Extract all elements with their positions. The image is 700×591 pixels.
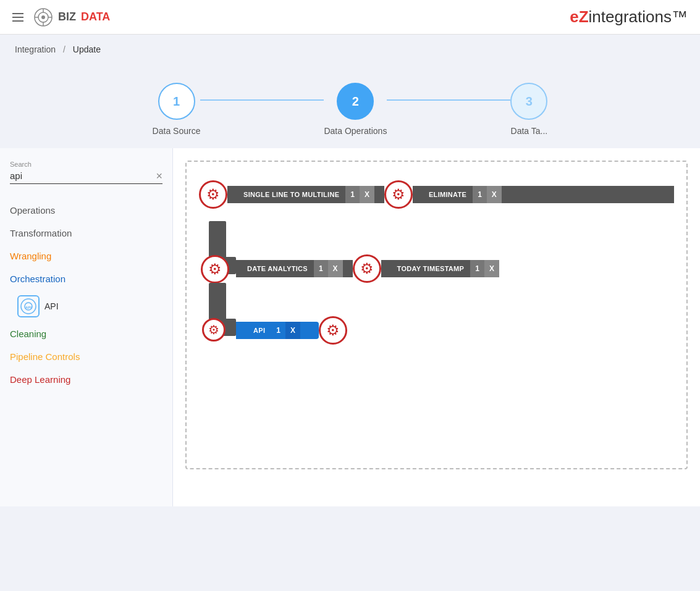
- op-x-date[interactable]: X: [328, 260, 343, 277]
- op-x-1[interactable]: X: [360, 186, 374, 203]
- svg-text:API: API: [25, 306, 32, 309]
- pipe-mid: [343, 260, 353, 277]
- pipe-connector: [374, 186, 384, 203]
- sidebar-api-item[interactable]: API API: [10, 290, 162, 322]
- sidebar-item-transformation[interactable]: Transformation: [10, 222, 162, 245]
- svg-point-2: [41, 15, 45, 19]
- op-label-today: TODAY TIMESTAMP: [391, 260, 471, 277]
- gear-icon-1[interactable]: [199, 180, 227, 209]
- op-label-eliminate: ELIMINATE: [423, 186, 473, 203]
- step-3[interactable]: 3 Data Ta...: [510, 83, 547, 136]
- pipe-small: [236, 260, 241, 277]
- breadcrumb-separator: /: [63, 44, 65, 54]
- sidebar-item-orchestration[interactable]: Orchestration: [10, 267, 162, 290]
- wizard-steps: 1 Data Source 2 Data Operations 3 Data T…: [0, 64, 700, 148]
- op-count-today: 1: [470, 260, 484, 277]
- search-label: Search: [10, 161, 162, 168]
- logo-biz: BIZ: [58, 10, 76, 23]
- op-x-2[interactable]: X: [487, 186, 502, 203]
- header: BIZDATA eZintegrations™: [0, 0, 700, 35]
- pipeline-canvas: SINGLE LINE TO MULTILINE 1 X ELIMINATE 1…: [173, 148, 700, 506]
- main-content: Search × Operations Transformation Wrang…: [0, 148, 700, 506]
- sidebar-item-operations[interactable]: Operations: [10, 199, 162, 222]
- op-label-api: API: [247, 322, 271, 339]
- op-count-1: 1: [345, 186, 360, 203]
- api-item-label: API: [44, 301, 59, 311]
- step-2-label: Data Operations: [324, 126, 387, 136]
- pipeline-row-2-wrapper: DATE ANALYTICS 1 X TODAY TIMESTAMP 1 X: [199, 221, 674, 283]
- step-3-circle: 3: [510, 83, 547, 120]
- pipeline-row-2: DATE ANALYTICS 1 X TODAY TIMESTAMP 1 X: [236, 254, 499, 283]
- blue-pipe: [236, 322, 247, 339]
- logo-data: DATA: [81, 10, 110, 23]
- op-x-today[interactable]: X: [484, 260, 499, 277]
- step-2[interactable]: 2 Data Operations: [324, 83, 387, 136]
- step-2-circle: 2: [337, 83, 374, 120]
- breadcrumb: Integration / Update: [0, 35, 700, 64]
- step-line-1: [200, 99, 324, 101]
- step-1[interactable]: 1 Data Source: [153, 83, 201, 136]
- search-box: Search ×: [10, 161, 162, 184]
- sidebar: Search × Operations Transformation Wrang…: [0, 148, 173, 506]
- elbow-pipe: [199, 221, 236, 283]
- breadcrumb-current: Update: [73, 44, 101, 54]
- gear-icon-api[interactable]: [202, 318, 226, 342]
- op-label-date-analytics: DATE ANALYTICS: [241, 260, 314, 277]
- step-line-2: [387, 99, 510, 101]
- gear-icon-2[interactable]: [384, 180, 413, 209]
- step-1-label: Data Source: [153, 126, 201, 136]
- gear-icon-4[interactable]: [319, 316, 347, 345]
- pipeline-container: SINGLE LINE TO MULTILINE 1 X ELIMINATE 1…: [185, 161, 688, 469]
- logo-container: BIZDATA: [33, 7, 110, 27]
- op-count-date: 1: [314, 260, 328, 277]
- pipeline-row-3-wrapper: API 1 X: [199, 283, 674, 345]
- menu-icon[interactable]: [12, 13, 23, 22]
- pipeline-row-3: API 1 X: [236, 316, 347, 345]
- pipeline-row-1: SINGLE LINE TO MULTILINE 1 X ELIMINATE 1…: [199, 180, 674, 209]
- pipe-segment: [227, 186, 237, 203]
- sidebar-item-pipeline-controls[interactable]: Pipeline Controls: [10, 345, 162, 368]
- search-clear-button[interactable]: ×: [156, 170, 162, 182]
- op-count-2: 1: [473, 186, 487, 203]
- api-icon: API: [17, 295, 40, 317]
- op-label-single-line: SINGLE LINE TO MULTILINE: [237, 186, 345, 203]
- breadcrumb-parent[interactable]: Integration: [15, 44, 56, 54]
- step-1-circle: 1: [158, 83, 195, 120]
- brand-name: eZintegrations™: [570, 7, 688, 27]
- pipe-segment-2: [413, 186, 423, 203]
- gear-icon-3[interactable]: [353, 254, 381, 283]
- elbow-pipe-2: [199, 283, 236, 345]
- op-x-api[interactable]: X: [285, 322, 300, 339]
- logo-icon: [33, 7, 53, 27]
- step-3-label: Data Ta...: [511, 126, 548, 136]
- sidebar-item-wrangling[interactable]: Wrangling: [10, 245, 162, 267]
- op-count-api: 1: [271, 322, 285, 339]
- search-input[interactable]: [10, 169, 162, 184]
- pipe-end: [502, 186, 674, 203]
- blue-pipe-end: [300, 322, 319, 339]
- pipe-mid-2: [381, 260, 391, 277]
- gear-icon-elbow[interactable]: [201, 255, 229, 283]
- sidebar-item-deep-learning[interactable]: Deep Learning: [10, 368, 162, 391]
- sidebar-item-cleaning[interactable]: Cleaning: [10, 322, 162, 345]
